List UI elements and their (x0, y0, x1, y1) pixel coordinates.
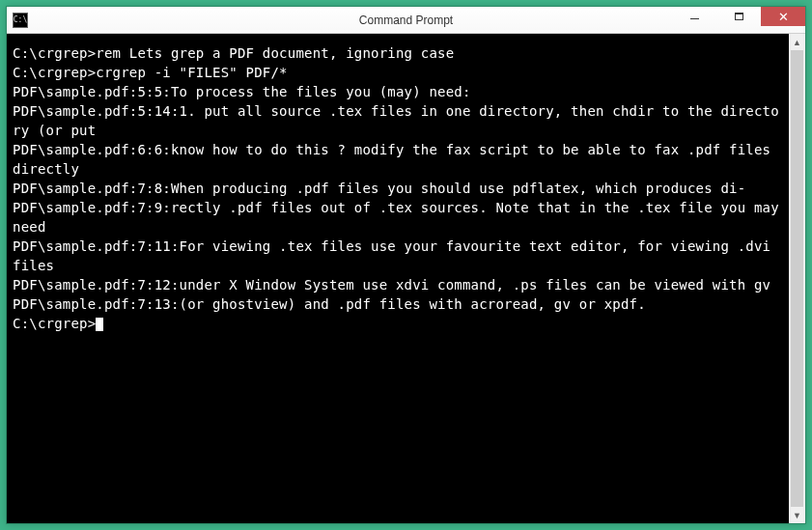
terminal-cursor (96, 318, 103, 331)
vertical-scrollbar[interactable]: ▲ ▼ (789, 34, 805, 523)
scroll-track[interactable] (789, 50, 805, 507)
terminal-line: PDF\sample.pdf:5:5:To process the files … (13, 82, 783, 101)
terminal-line: PDF\sample.pdf:7:13:(or ghostview) and .… (13, 294, 783, 314)
window-title: Command Prompt (359, 14, 453, 27)
terminal-line: PDF\sample.pdf:7:9:rectly .pdf files out… (13, 198, 783, 237)
close-icon: ✕ (778, 11, 789, 23)
terminal-line: PDF\sample.pdf:5:14:1. put all source .t… (13, 101, 783, 140)
terminal-line: C:\crgrep> (13, 314, 783, 333)
titlebar[interactable]: C:\ Command Prompt ✕ (7, 7, 805, 34)
scroll-up-button[interactable]: ▲ (789, 34, 805, 50)
maximize-icon (735, 13, 743, 20)
terminal-line: PDF\sample.pdf:7:12:under X Window Syste… (13, 275, 783, 294)
command-prompt-window: C:\ Command Prompt ✕ C:\crgrep>rem Lets … (6, 6, 806, 524)
terminal-line: PDF\sample.pdf:7:8:When producing .pdf f… (13, 179, 783, 198)
terminal-line: PDF\sample.pdf:6:6:know how to do this ?… (13, 140, 783, 179)
scroll-down-button[interactable]: ▼ (789, 507, 805, 523)
chevron-down-icon: ▼ (793, 511, 801, 520)
terminal-line: C:\crgrep>rem Lets grep a PDF document, … (13, 43, 783, 63)
close-button[interactable]: ✕ (761, 7, 805, 26)
app-icon: C:\ (13, 13, 28, 28)
scroll-thumb[interactable] (791, 50, 803, 507)
terminal-container: C:\crgrep>rem Lets grep a PDF document, … (7, 34, 805, 523)
terminal-line: PDF\sample.pdf:7:11:For viewing .tex fil… (13, 237, 783, 275)
maximize-button[interactable] (716, 7, 761, 26)
window-controls: ✕ (672, 7, 805, 33)
chevron-up-icon: ▲ (793, 38, 801, 47)
minimize-icon (690, 18, 699, 19)
minimize-button[interactable] (672, 7, 716, 26)
terminal-line: C:\crgrep>crgrep -i "FILES" PDF/* (13, 63, 783, 82)
terminal-output[interactable]: C:\crgrep>rem Lets grep a PDF document, … (7, 34, 789, 523)
